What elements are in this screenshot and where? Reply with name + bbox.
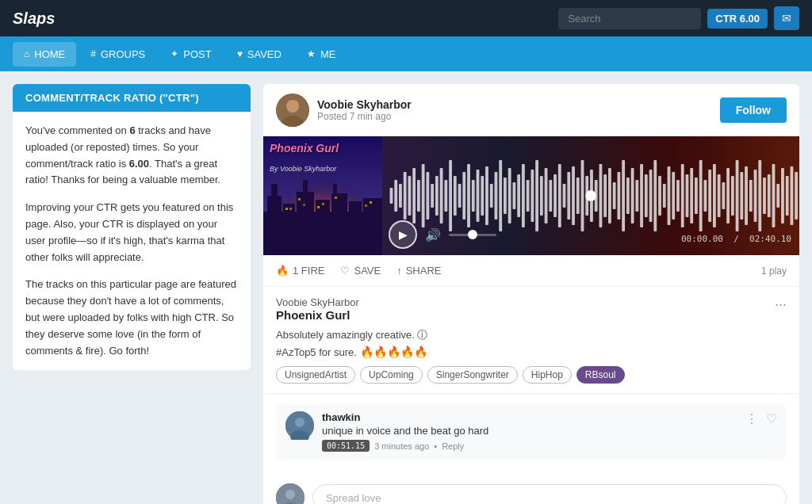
svg-rect-52 <box>508 168 511 223</box>
svg-rect-43 <box>467 164 470 227</box>
svg-rect-80 <box>635 180 638 212</box>
svg-rect-35 <box>431 184 434 208</box>
comment-heart-icon[interactable]: ♡ <box>766 411 777 426</box>
nav-item-me[interactable]: ★ ME <box>296 42 347 67</box>
svg-rect-72 <box>599 164 603 227</box>
svg-rect-111 <box>776 184 779 208</box>
nav-item-groups[interactable]: # GROUPS <box>79 42 156 67</box>
ctr-paragraph-1: You've commented on 6 tracks and have up… <box>25 123 238 189</box>
svg-rect-97 <box>713 164 716 227</box>
svg-rect-90 <box>681 164 684 227</box>
play-icon: ▶ <box>399 228 408 241</box>
svg-rect-115 <box>795 172 798 220</box>
svg-rect-50 <box>499 160 502 231</box>
ctr-box-body: You've commented on 6 tracks and have up… <box>13 112 251 370</box>
nav-label-post: POST <box>183 48 211 60</box>
tag-rbsoul[interactable]: RBsoul <box>576 366 625 384</box>
comment-timestamp-badge: 00:51.15 <box>322 440 370 452</box>
svg-rect-73 <box>603 174 607 217</box>
svg-rect-20 <box>317 206 320 208</box>
search-input[interactable] <box>558 8 701 29</box>
me-icon: ★ <box>307 48 316 59</box>
svg-rect-55 <box>522 164 525 227</box>
follow-button[interactable]: Follow <box>720 97 787 123</box>
nav-item-saved[interactable]: ♥ SAVED <box>226 42 293 67</box>
svg-rect-92 <box>690 168 693 223</box>
svg-rect-75 <box>613 182 616 209</box>
svg-rect-88 <box>672 172 675 220</box>
svg-point-120 <box>285 490 295 499</box>
home-icon: ⌂ <box>24 48 29 59</box>
svg-rect-17 <box>289 208 292 210</box>
tags-container: UnsignedArtist UpComing SingerSongwriter… <box>276 366 787 384</box>
svg-point-1 <box>286 100 299 113</box>
svg-rect-76 <box>617 172 620 220</box>
nav-item-home[interactable]: ⌂ HOME <box>13 42 76 67</box>
comment-reply-button[interactable]: Reply <box>442 441 464 451</box>
fire-button[interactable]: 🔥 1 FIRE <box>276 262 324 280</box>
post-body: Voobie SkyHarbor Phoenix Gurl ··· Absolu… <box>263 287 799 394</box>
svg-rect-51 <box>504 178 507 214</box>
more-options-button[interactable]: ··· <box>775 296 787 313</box>
svg-rect-114 <box>791 166 794 225</box>
comment-avatar <box>285 411 314 440</box>
svg-rect-98 <box>718 174 721 217</box>
mail-button[interactable]: ✉ <box>774 6 799 30</box>
comment-more-icon[interactable]: ⋮ <box>745 411 758 426</box>
svg-rect-94 <box>699 160 703 231</box>
svg-rect-83 <box>649 170 653 222</box>
svg-rect-33 <box>422 164 425 227</box>
post-time: Posted 7 min ago <box>317 111 412 122</box>
svg-rect-61 <box>549 180 552 212</box>
mail-icon: ✉ <box>782 12 791 25</box>
avatar <box>276 94 309 127</box>
svg-rect-62 <box>553 174 557 217</box>
top-bar: Slaps CTR 6.00 ✉ <box>0 0 812 36</box>
nav-item-post[interactable]: ✦ POST <box>159 42 222 67</box>
track-artist: Voobie SkyHarbor <box>276 296 359 308</box>
share-button[interactable]: ↑ SHARE <box>396 262 441 280</box>
play-button[interactable]: ▶ <box>389 220 417 249</box>
tag-hiphop[interactable]: HipHop <box>523 366 572 384</box>
svg-rect-82 <box>645 174 648 217</box>
svg-rect-84 <box>653 160 657 231</box>
post-header-left: Voobie Skyharbor Posted 7 min ago <box>276 94 412 127</box>
waveform-area[interactable]: ▶ 🔊 00:00.00 / 02:40.10 <box>382 136 799 255</box>
svg-rect-16 <box>285 208 288 210</box>
main-nav: ⌂ HOME # GROUPS ✦ POST ♥ SAVED ★ ME <box>0 36 812 71</box>
tag-upcoming[interactable]: UpComing <box>360 366 423 384</box>
svg-rect-6 <box>267 196 282 255</box>
post-actions: 🔥 1 FIRE ♡ SAVE ↑ SHARE 1 play <box>263 255 799 287</box>
save-button[interactable]: ♡ SAVE <box>340 262 381 280</box>
svg-rect-110 <box>772 164 776 227</box>
svg-rect-63 <box>558 164 561 227</box>
comment-input-field[interactable] <box>312 484 787 505</box>
svg-rect-37 <box>440 168 443 223</box>
svg-rect-95 <box>703 180 707 212</box>
track-description: Absolutely amazingly creative. ⓘ <box>276 328 787 342</box>
svg-rect-28 <box>399 184 402 208</box>
time-display: 00:00.00 / 02:40.10 <box>681 234 791 244</box>
svg-rect-45 <box>477 170 480 222</box>
svg-rect-30 <box>408 176 412 216</box>
svg-rect-12 <box>331 193 347 255</box>
comment-body: thawkin unique in voice and the beat go … <box>322 411 737 452</box>
svg-rect-85 <box>658 176 661 216</box>
comment-username: thawkin <box>322 411 737 423</box>
svg-rect-108 <box>763 178 766 214</box>
svg-rect-53 <box>512 182 515 209</box>
svg-rect-49 <box>495 172 498 220</box>
post-username: Voobie Skyharbor <box>317 98 412 111</box>
svg-rect-60 <box>545 168 548 223</box>
seek-handle <box>468 230 477 239</box>
svg-rect-65 <box>567 172 570 220</box>
tag-singersongwriter[interactable]: SingerSongwriter <box>427 366 518 384</box>
svg-rect-19 <box>303 204 305 206</box>
tag-unsignedartist[interactable]: UnsignedArtist <box>276 366 355 384</box>
volume-icon[interactable]: 🔊 <box>425 227 441 242</box>
svg-rect-66 <box>572 166 575 225</box>
svg-rect-23 <box>365 204 367 207</box>
svg-rect-9 <box>297 192 314 255</box>
svg-rect-105 <box>749 180 753 212</box>
seek-bar[interactable] <box>449 234 496 236</box>
